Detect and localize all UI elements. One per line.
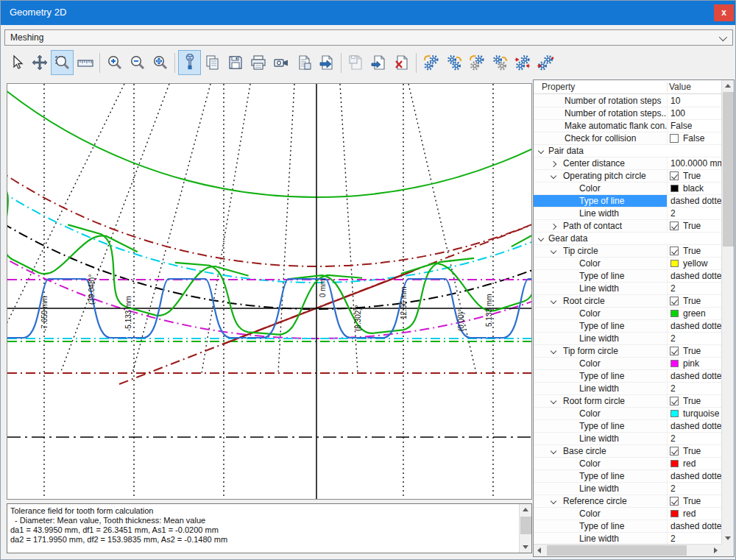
property-value[interactable]: True [668, 245, 721, 257]
checkbox-unchecked[interactable] [670, 134, 679, 143]
rotate-gear2-tool-button[interactable] [465, 50, 488, 75]
rotate-gear1-tool-button[interactable] [442, 50, 465, 75]
copy-tool-button[interactable] [201, 50, 224, 75]
chevron-collapsed-icon[interactable] [551, 161, 556, 167]
property-value[interactable]: 10 [668, 95, 721, 107]
color-swatch[interactable] [670, 510, 679, 517]
property-value[interactable]: 2 [668, 533, 721, 544]
property-row-gear-data[interactable]: Gear data [534, 233, 721, 245]
property-row-line-width[interactable]: Line width2 [534, 433, 721, 445]
property-value[interactable]: True [668, 445, 721, 457]
color-swatch[interactable] [670, 185, 679, 192]
property-value[interactable]: 2 [668, 483, 721, 495]
property-value[interactable]: dashed dotted [668, 520, 721, 532]
property-value[interactable]: True [668, 220, 721, 232]
property-value[interactable]: 2 [668, 433, 721, 444]
checkbox-checked[interactable] [670, 397, 679, 405]
property-row-line-width[interactable]: Line width2 [534, 533, 721, 544]
property-row-color[interactable]: Colorturquoise [534, 408, 721, 420]
scroll-down-arrow-icon[interactable] [722, 533, 735, 544]
property-row-path-of-contact[interactable]: Path of contactTrue [534, 220, 721, 233]
zoom-in-tool-button[interactable] [103, 50, 126, 75]
property-value[interactable]: 2 [668, 283, 721, 294]
zoom-out-tool-button[interactable] [126, 50, 149, 75]
properties-horizontal-scrollbar[interactable] [534, 544, 721, 556]
color-swatch[interactable] [670, 360, 679, 367]
scroll-up-arrow-icon[interactable] [520, 504, 532, 515]
property-row-color[interactable]: Colorred [534, 508, 721, 520]
view-selector-combobox[interactable]: Meshing [4, 29, 733, 46]
property-value[interactable]: dashed dotted [668, 420, 721, 432]
property-value[interactable]: dashed dotted [668, 320, 721, 332]
property-value[interactable]: dashed dotted [668, 270, 721, 282]
checkbox-checked[interactable] [670, 297, 679, 305]
delete-page-tool-button[interactable] [390, 50, 413, 75]
property-row-check-for-collision[interactable]: Check for collisionFalse [534, 132, 721, 145]
scroll-right-arrow-icon[interactable] [710, 545, 721, 557]
save-tool-button[interactable] [224, 50, 247, 75]
property-value[interactable]: True [668, 395, 721, 407]
checkbox-checked[interactable] [670, 171, 679, 180]
property-row-tip-form-circle[interactable]: Tip form circleTrue [534, 345, 721, 358]
property-value[interactable]: 2 [668, 208, 721, 219]
property-row-reference-circle[interactable]: Reference circleTrue [534, 495, 721, 508]
scrollbar-thumb[interactable] [547, 545, 687, 556]
export-tool-button[interactable] [315, 50, 338, 75]
property-row-root-form-circle[interactable]: Root form circleTrue [534, 395, 721, 408]
checkbox-checked[interactable] [670, 447, 679, 456]
property-row-type-of-line[interactable]: Type of linedashed dotted [534, 195, 721, 208]
property-value[interactable]: True [668, 345, 721, 357]
add-page-tool-button[interactable] [367, 50, 390, 75]
scroll-down-arrow-icon[interactable] [520, 542, 532, 553]
chevron-expanded-icon[interactable] [551, 498, 556, 504]
chevron-expanded-icon[interactable] [551, 398, 556, 404]
properties-tool-button[interactable] [178, 50, 201, 75]
print-tool-button[interactable] [247, 50, 269, 75]
move-gears-out-tool-button[interactable] [534, 50, 556, 75]
property-value[interactable]: green [668, 308, 721, 319]
output-vertical-scrollbar[interactable] [519, 504, 531, 553]
property-row-color[interactable]: Colorblack [534, 182, 721, 195]
property-row-number-of-rotation-steps[interactable]: Number of rotation steps...100 [534, 107, 721, 120]
property-row-make-automatic-flank-con[interactable]: Make automatic flank con...False [534, 120, 721, 132]
property-row-type-of-line[interactable]: Type of linedashed dotted [534, 270, 721, 283]
scroll-left-arrow-icon[interactable] [534, 545, 545, 557]
save-page-tool-button[interactable] [344, 50, 367, 75]
color-swatch[interactable] [670, 460, 679, 467]
close-button[interactable]: x [714, 4, 734, 21]
pan-tool-button[interactable] [28, 50, 51, 75]
checkbox-checked[interactable] [670, 221, 679, 230]
property-row-number-of-rotation-steps[interactable]: Number of rotation steps10 [534, 95, 721, 107]
property-value[interactable]: red [668, 458, 721, 469]
scrollbar-thumb[interactable] [723, 92, 734, 247]
property-value[interactable]: 100.0000 mm [668, 157, 721, 169]
property-row-operating-pitch-circle[interactable]: Operating pitch circleTrue [534, 170, 721, 182]
property-row-center-distance[interactable]: Center distance100.0000 mm [534, 157, 721, 170]
property-value[interactable]: True [668, 295, 721, 307]
property-row-type-of-line[interactable]: Type of linedashed dotted [534, 320, 721, 333]
property-row-line-width[interactable]: Line width2 [534, 383, 721, 395]
property-row-line-width[interactable]: Line width2 [534, 208, 721, 220]
property-row-line-width[interactable]: Line width2 [534, 283, 721, 295]
checkbox-checked[interactable] [670, 497, 679, 506]
property-value[interactable]: turquoise [668, 408, 721, 419]
property-value[interactable]: 2 [668, 333, 721, 344]
color-swatch[interactable] [670, 310, 679, 317]
chevron-collapsed-icon[interactable] [551, 224, 556, 230]
property-value[interactable]: 2 [668, 383, 721, 394]
zoom-fit-tool-button[interactable] [149, 50, 171, 75]
property-value[interactable]: dashed dotted [668, 470, 721, 482]
property-value[interactable]: True [668, 495, 721, 507]
property-row-base-circle[interactable]: Base circleTrue [534, 445, 721, 458]
report-tool-button[interactable] [292, 50, 315, 75]
checkbox-checked[interactable] [670, 247, 679, 255]
property-value[interactable]: False [668, 132, 721, 144]
property-value[interactable]: yellow [668, 258, 721, 269]
scroll-up-arrow-icon[interactable] [722, 80, 735, 91]
chevron-expanded-icon[interactable] [551, 173, 556, 179]
property-row-type-of-line[interactable]: Type of linedashed dotted [534, 370, 721, 383]
snapshot-tool-button[interactable] [269, 50, 292, 75]
rotate-gears-tool-button[interactable] [420, 50, 442, 75]
property-row-line-width[interactable]: Line width2 [534, 483, 721, 495]
measure-tool-button[interactable] [74, 50, 96, 75]
